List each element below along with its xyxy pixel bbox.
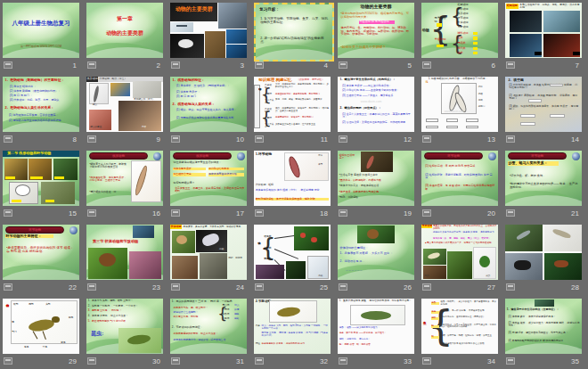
slide-thumbnail[interactable]: 线形动物代表动物：蛔虫（寄生）蛔虫受精蛔虫卵（放大）蛔虫的寄生患者 [86, 77, 163, 132]
slide-text: (3) 有 口 有 肛门 。 [176, 95, 245, 98]
slide-cell: 软体动物{腹足类头足类瓣鳃类乌贼25 [251, 222, 335, 296]
slide-cell: 蝗虫的结构腹部胸部头部触角翅气门后足中足前足29 [0, 296, 84, 369]
slide-thumbnail[interactable]: 练习1. 如图是蛔虫的结构示意图，请据图回答下列问题：①口②咽③肠④肛门www.… [421, 77, 498, 132]
slide-thumbnail[interactable]: 软体动物{腹足类头足类瓣鳃类乌贼 [254, 225, 331, 280]
slide-text: 是最大的动物类群，已命名的种类有120万种以上，占动物种类的80%。 [433, 226, 497, 231]
slide-text: (1) 水螅等腔肠动物，身体呈 辐射对称 ，体表有 刺细胞 ，消化腔有口无肛门。 [509, 84, 579, 90]
slide-text: 多数生活在海洋中，如海葵、海蜇、珊瑚虫；淡水中有水螅。 [519, 4, 580, 9]
slide-thumbnail[interactable]: 动物的主要类群 [170, 3, 247, 58]
color-block [12, 200, 20, 202]
color-block [473, 32, 478, 35]
slide-text: 2、节肢动物的共同特征： [172, 326, 246, 329]
slide-thumbnail[interactable]: 环节动物环节动物的主要特征：•身体呈圆筒形，由许多彼此相似的 体节 组成；靠 刚… [3, 225, 79, 280]
title-banner: 线形动物 [89, 152, 147, 159]
slide-cell: 环节动物(1) 蚯蚓的运动：靠 肌肉 和 刚毛 配合完成。(2) 蚯蚓的呼吸：靠… [419, 148, 502, 222]
slide-text: 环节动物的主要特征： [5, 234, 53, 238]
slide-thumbnail[interactable]: 软体动物身体柔软，具有外套膜，大多数有贝壳；运动器官是足。乌贼河蚌、田螺等 [170, 225, 247, 280]
photo [510, 11, 542, 33]
slide-thumbnail[interactable]: 动物的主要类群•目前已知的动物约有150万种。根据体内有无脊柱，可以将动物分为两… [338, 3, 414, 58]
page-number: 18 [320, 209, 328, 217]
slide-text: (2) 消化管结构 简单 ——直接吸食小肠中的食糜； [342, 89, 412, 92]
slide-thumbnail[interactable]: 1.环节动物环带体节代表动物：蚯蚓身体由许多相似的 体节 组成（分节），靠近前端… [254, 151, 331, 206]
photo [226, 29, 247, 44]
slide-text: 蝗虫 [234, 305, 246, 308]
slide-text: ①口 [478, 86, 497, 89]
slide-text: 两栖类 [457, 42, 470, 45]
slide-text: 软体动物 [457, 21, 474, 24]
slide-cell: 线形动物•蛔虫寄生在人的小肠里，靠吸食小肠中半消化的食糜生活。•身体呈圆柱形，体… [84, 148, 167, 222]
page-number: 19 [404, 209, 412, 217]
page-number: 7 [576, 62, 579, 70]
slide-thumbnail[interactable]: 软体动物的主要特征：1、身体表面有 外套膜 ，大多具有 贝壳 ；2、运动器官是 … [338, 225, 414, 280]
slide-cell: 2、填空题(1) 水螅等腔肠动物，身体呈 辐射对称 ，体表有 刺细胞 ，消化腔有… [502, 74, 586, 148]
slide-thumbnail[interactable]: 1、蛔虫适于寄生生活的特点（结构特点）：(1) 体表有 角质层 ——防止被消化液… [338, 77, 414, 132]
slide-cell: 软体动物的主要特征：1、身体表面有 外套膜 ，大多具有 贝壳 ；2、运动器官是 … [335, 222, 419, 296]
slide-thumbnail[interactable]: 鱼{体形梭形（流线型），减少水的阻力；鳞片表面有黏液，有保护作用体色背深腹浅，是… [421, 299, 498, 354]
slide-text: 瓣鳃类 [264, 258, 274, 260]
slide-thumbnail[interactable]: 1、鱼类代表动物是 鲫鱼 ，观察它的外部形态，写出各部分名称：体形： 梭形 ——… [338, 299, 414, 354]
color-block [466, 126, 478, 129]
slide-thumbnail[interactable]: 1、线形动物的特征：(1) 身体细长，呈 圆柱形 （两端逐渐变细）；(2) 体表… [170, 77, 247, 132]
slide-thumbnail[interactable]: 节肢动物是最大的动物类群，已命名的种类有120万种以上，占动物种类的80%。身体… [421, 225, 498, 280]
slide-thumbnail[interactable]: 第二节 线形动物和环节动物 [3, 151, 79, 206]
slide-icon [4, 135, 12, 143]
slide-text: 体内有脊柱：鱼、两栖动物、爬行动物、鸟、哺乳动物；体内无脊柱：腔肠动物、扁形动物… [340, 27, 411, 37]
slide-text: 体表有坚韧的 外骨骼 ；身体和附肢都 分节 。 [262, 343, 330, 346]
slide-text: 由鳃丝构成，内含丰富毛细血管，利于气体交换；水由口流入，经鳃流出时完成呼吸 [441, 324, 498, 330]
slide-thumbnail[interactable]: 线形动物•蛔虫寄生在人的小肠里，靠吸食小肠中半消化的食糜生活。•身体呈圆柱形，体… [86, 151, 163, 206]
slide-text: 多足纲 [222, 318, 233, 321]
slide-thumbnail[interactable]: 八年级上册生物总复习第一PPT模板网 WWW.1PPT.COM [3, 3, 79, 58]
slide-thumbnail[interactable]: 动物{无脊椎动物{腔肠动物扁形动物线形动物环节动物软体动物节肢动物脊椎动物{哺乳… [421, 3, 498, 58]
slide-text: 常见的有：虾、蟹、蜘蛛、蜈蚣、昆虫（蝗虫、蜜蜂等）。 [433, 238, 497, 241]
slide-thumbnail[interactable]: 蝗虫的结构腹部胸部头部触角翅气门后足中足前足 [3, 299, 79, 354]
slide-text: 腔肠动物 [457, 4, 474, 6]
slide-text: 2、填空题 [508, 78, 538, 82]
slide-thumbnail[interactable]: 第三节 软体动物和节肢动物 [86, 225, 163, 280]
color-block [15, 184, 30, 195]
slide-thumbnail[interactable]: 蚯蚓的生活环境？•生活在富含 腐殖质 的湿润土壤中。•昼伏夜出，以植物枯叶、朽根… [338, 151, 414, 206]
slide-text: 蜘蛛 [234, 314, 246, 316]
slide-icon [506, 357, 515, 365]
slide-text: 鳃 [431, 325, 439, 328]
slide-text: 第二节 线形动物和环节动物 [7, 152, 76, 155]
slide-thumbnail[interactable]: 腔肠动物多数生活在海洋中，如海葵、海蜇、珊瑚虫；淡水中有水螅。 [505, 3, 582, 58]
slide-text: 软体动物的主要特征： [340, 247, 412, 250]
slide-icon [339, 283, 347, 291]
slide-thumbnail[interactable]: 1、鲫鱼适于水中生活的特点（主要特征）：(1) 体表有 鳞片 ，体表分泌黏液保护… [505, 299, 582, 354]
photo [110, 83, 130, 96]
slide-text: 1、鲫鱼适于水中生活的特点（主要特征）： [507, 308, 581, 311]
slide-thumbnail[interactable]: 环节动物(1) 蚯蚓的运动：靠 肌肉 和 刚毛 配合完成。(2) 蚯蚓的呼吸：靠… [421, 151, 498, 206]
color-block [466, 119, 478, 122]
slide-cell: 1、线形动物的特征：(1) 身体细长，呈 圆柱形 （两端逐渐变细）；(2) 体表… [167, 74, 251, 148]
slide-cell: 28 [502, 222, 586, 296]
slide-text: 气门 [12, 331, 20, 333]
color-block [473, 47, 478, 50]
slide-thumbnail[interactable]: 1、腔肠动物（刺胞动物）的主要特征：(1) 身体呈 辐射对称 ；(2) 体表有 … [3, 77, 79, 132]
slide-thumbnail[interactable]: 环节动物沙蚕、蛭与人类的关系：•沙蚕为鱼、虾、蟹的 食饵 。•蛭的唾液中有防止血… [505, 151, 582, 206]
slide-cell: 第三节 软体动物和节肢动物23 [84, 222, 167, 296]
slide-thumbnail[interactable]: 第一章动物的主要类群 [86, 3, 163, 58]
slide-text: 5、靠近腹部两侧的 气门 进行呼吸。 [88, 320, 162, 323]
slide-thumbnail[interactable]: 知识梳理 构建记忆（比较归纳，便于记忆）腔肠动物和扁形动物{代表动物水螅：身体辐… [254, 77, 331, 132]
slide-text: 动物的主要类群 [94, 30, 156, 37]
slide-icon [339, 135, 347, 143]
slide-thumbnail[interactable]: 1、身体分为 头部、胸部、腹部 三部分；2、头部有 一对触角 ，一对复眼，一个口… [86, 299, 163, 354]
slide-text: ②消化管结构简单 [208, 168, 244, 170]
slide-text: 身体柔软，具有外套膜，大多数有贝壳；运动器官是足。 [184, 226, 247, 228]
photo [205, 31, 225, 58]
slide-thumbnail[interactable]: 2.节肢动物代表蝗虫：身体分 头部、胸部、腹部 3部分；头部有 一对触角 、一对… [254, 299, 331, 354]
slide-text: 侧线： 感知水流 、测定方向； [339, 339, 413, 341]
slide-text: ①体表有坚韧的外骨骼，防止水分蒸发； [173, 332, 245, 335]
slide-icon [171, 209, 180, 217]
slide-thumbnail[interactable]: 2、填空题(1) 水螅等腔肠动物，身体呈 辐射对称 ，体表有 刺细胞 ，消化腔有… [505, 77, 582, 132]
photo [544, 225, 582, 251]
slide-text: (3) 用 鳃 呼吸，鳃丝中密布毛细血管，利于气体交换； [508, 332, 580, 334]
page-number: 11 [321, 135, 328, 144]
slide-thumbnail[interactable]: 复习目标：1. 复习环节动物、节肢动物、鱼类、鸟类、哺乳动物的主要特征。2. 进… [254, 3, 334, 62]
photo [256, 265, 285, 279]
slide-icon [171, 283, 180, 291]
slide-thumbnail[interactable] [505, 225, 582, 280]
slide-thumbnail[interactable]: 线形动物记住并能说出蛔虫适于寄生生活的特点：①体表有角质层②消化管结构简单③生殖… [170, 151, 247, 206]
slide-thumbnail[interactable]: 1、昆虫的共同特点？ 三对 足， 两对 翅，一对触角。①身体分为头、胸、腹三部分… [170, 299, 247, 354]
photo [200, 253, 227, 279]
